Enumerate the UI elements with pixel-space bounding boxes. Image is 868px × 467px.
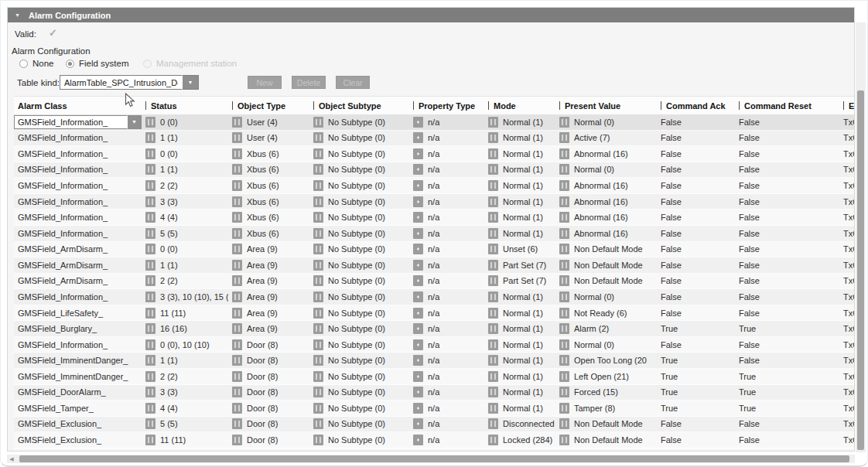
table-kind-input[interactable] <box>60 75 182 90</box>
horizontal-scrollbar[interactable]: ◀ <box>7 455 855 463</box>
table-kind-select[interactable]: ▼ <box>60 75 199 90</box>
cell-text: False <box>739 197 760 206</box>
column-header-mode[interactable]: Mode <box>484 97 555 114</box>
column-header-status[interactable]: Status <box>142 97 228 114</box>
table-row[interactable]: GMSField_Information_0 (0)Xbus (6)No Sub… <box>14 146 854 162</box>
cell-event: TxG_ <box>839 305 854 321</box>
table-row[interactable]: GMSField_Information_5 (5)Xbus (6)No Sub… <box>14 226 854 242</box>
asterisk-icon <box>413 435 423 445</box>
table-row[interactable]: GMSField_Tamper_4 (4)Door (8)No Subtype … <box>14 401 854 417</box>
column-header-command_ack[interactable]: Command Ack <box>657 97 735 114</box>
table-row[interactable]: GMSField_Information_1 (1)Xbus (6)No Sub… <box>14 162 854 179</box>
new-button[interactable]: New <box>248 76 282 89</box>
radio-none[interactable]: None <box>19 59 54 68</box>
cell-text: Normal (1) <box>503 213 543 222</box>
cell-event: TxG_ <box>839 114 854 130</box>
cell-text: Area (9) <box>247 276 278 285</box>
column-header-object_type[interactable]: Object Type <box>228 97 309 114</box>
pause-icon <box>145 260 155 271</box>
cell-text: Forced (15) <box>574 387 618 397</box>
table-row[interactable]: GMSField_Information_4 (4)Xbus (6)No Sub… <box>14 210 854 226</box>
table-row[interactable]: GMSField_Exclusion_11 (11)Door (8)No Sub… <box>14 432 854 448</box>
table-row[interactable]: GMSField_ImminentDanger_2 (2)Door (8)No … <box>14 369 854 385</box>
table-row[interactable]: GMSField_Information_2 (2)Xbus (6)No Sub… <box>14 178 854 194</box>
dropdown-arrow-icon[interactable]: ▼ <box>182 75 199 90</box>
radio-circle-icon[interactable] <box>66 60 74 68</box>
cell-alarm_class: GMSField_Information_ <box>14 194 142 210</box>
radio-circle-icon[interactable] <box>19 60 28 68</box>
cell-object_subtype: No Subtype (0) <box>309 178 409 193</box>
table-row[interactable]: GMSField_ImminentDanger_1 (1)Door (8)No … <box>14 353 854 369</box>
cell-mode: Normal (1) <box>484 401 555 416</box>
column-header-command_reset[interactable]: Command Reset <box>735 97 839 114</box>
pause-icon <box>232 148 242 159</box>
table-row[interactable]: GMSField_DoorAlarm_3 (3)Door (8)No Subty… <box>14 385 854 401</box>
table-row[interactable]: GMSField_ArmDisarm_2 (2)Area (9)No Subty… <box>14 274 854 290</box>
cell-property_type: n/a <box>409 353 484 368</box>
cell-present_value: Open Too Long (20 <box>555 353 657 368</box>
collapse-arrow-icon[interactable]: ▼ <box>15 12 20 18</box>
column-separator <box>739 101 740 110</box>
alarm-class-editor-input[interactable] <box>14 115 127 129</box>
table-row[interactable]: GMSField_Information_3 (3), 10 (10), 15 … <box>14 289 854 305</box>
cell-text: TxG_ <box>843 133 854 142</box>
clear-button[interactable]: Clear <box>336 76 370 89</box>
cell-present_value: Normal (0) <box>555 337 657 353</box>
table-row[interactable]: GMSField_LifeSafety_11 (11)Area (9)No Su… <box>14 305 854 322</box>
table-row[interactable]: GMSField_ArmDisarm_0 (0)Area (9)No Subty… <box>14 242 854 258</box>
cell-text: False <box>739 244 760 254</box>
column-header-property_type[interactable]: Property Type <box>409 97 484 114</box>
pause-icon <box>232 403 242 414</box>
table-row[interactable]: GMSField_Burglary_16 (16)Area (9)No Subt… <box>14 321 854 337</box>
column-separator <box>145 101 146 110</box>
pause-icon <box>313 132 323 143</box>
table-row[interactable]: GMSField_Information_0 (0), 10 (10)Door … <box>14 337 854 353</box>
cell-property_type: n/a <box>409 114 484 130</box>
column-header-object_subtype[interactable]: Object Subtype <box>309 97 409 114</box>
column-header-present_value[interactable]: Present Value <box>555 97 657 114</box>
cell-text: 0 (0) <box>160 149 178 159</box>
table-row[interactable]: GMSField_Exclusion_5 (5)Door (8)No Subty… <box>14 417 854 433</box>
alarm-table: Alarm ClassStatusObject TypeObject Subty… <box>14 96 854 449</box>
column-header-alarm_class[interactable]: Alarm Class <box>14 97 142 114</box>
dropdown-arrow-icon[interactable]: ▼ <box>127 115 142 129</box>
cell-alarm_class: GMSField_Information_ <box>14 162 142 178</box>
vertical-scrollbar[interactable] <box>856 22 866 452</box>
table-row[interactable]: GMSField_Information_1 (1)User (4)No Sub… <box>14 131 854 147</box>
cell-text: Normal (1) <box>503 165 543 174</box>
cell-text: No Subtype (0) <box>328 404 385 413</box>
horizontal-scrollbar-thumb[interactable] <box>19 455 849 462</box>
valid-check-icon: ✓ <box>49 27 57 39</box>
column-header-event[interactable]: Event <box>839 97 854 114</box>
cell-text: No Subtype (0) <box>328 356 385 365</box>
pause-icon <box>313 180 323 191</box>
pause-icon <box>488 228 498 239</box>
cell-alarm_class: GMSField_LifeSafety_ <box>14 305 142 321</box>
cell-command_ack: False <box>657 226 735 241</box>
cell-text: Normal (1) <box>503 118 543 127</box>
cell-text: 2 (2) <box>160 372 178 381</box>
table-row[interactable]: GMSField_ArmDisarm_1 (1)Area (9)No Subty… <box>14 257 854 274</box>
cell-property_type: n/a <box>409 401 484 416</box>
pause-icon <box>559 180 569 191</box>
section-header[interactable]: ▼ Alarm Configuration <box>8 8 854 22</box>
vertical-scrollbar-thumb[interactable] <box>857 90 864 450</box>
cell-text: Open Too Long (20 <box>574 356 647 365</box>
cell-object_subtype: No Subtype (0) <box>309 194 409 210</box>
cell-text: GMSField_Information_ <box>18 197 108 206</box>
asterisk-icon <box>413 164 423 175</box>
cell-text: TxG_ <box>843 276 854 285</box>
pause-icon <box>145 387 155 397</box>
cell-text: n/a <box>428 435 439 445</box>
table-row[interactable]: ▼0 (0)User (4)No Subtype (0)n/aNormal (1… <box>14 114 854 131</box>
cell-object_subtype: No Subtype (0) <box>309 242 409 257</box>
delete-button[interactable]: Delete <box>292 76 326 89</box>
scroll-left-arrow-icon[interactable]: ◀ <box>7 455 16 463</box>
cell-object_subtype: No Subtype (0) <box>309 162 409 178</box>
pause-icon <box>559 164 569 175</box>
radio-field-system[interactable]: Field system <box>66 59 129 68</box>
alarm-configuration-panel: ▼ Alarm Configuration Valid: ✓ Alarm Con… <box>7 7 855 452</box>
cell-text: No Subtype (0) <box>328 340 385 349</box>
table-row[interactable]: GMSField_Information_3 (3)Xbus (6)No Sub… <box>14 194 854 210</box>
cell-text: TxG_ <box>843 387 854 397</box>
